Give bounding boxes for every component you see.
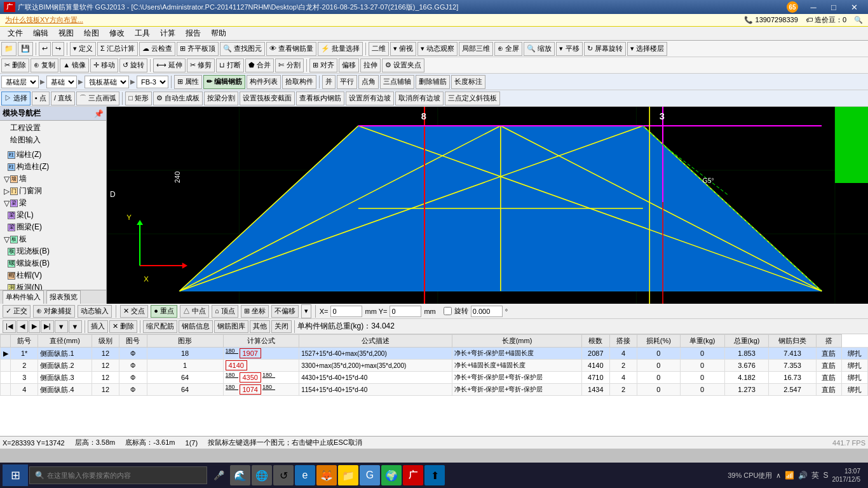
split-button[interactable]: ✄ 分割 (275, 58, 303, 72)
zoom-button[interactable]: 🔍 缩放 (524, 42, 555, 56)
type-select[interactable]: 筏板基础 (85, 76, 129, 88)
vertex-snap[interactable]: ⌂ 顶点 (212, 305, 238, 318)
nav-next[interactable]: ▶ (29, 320, 40, 333)
table-row[interactable]: 2 侧面纵筋.2 12 Ф 1 4140 3300+max(35*d,200)+… (1, 360, 868, 372)
parallel2-button[interactable]: 平行 (337, 75, 357, 89)
define-button[interactable]: ▾ 定义 (70, 42, 96, 56)
x-input[interactable] (330, 306, 362, 317)
rect-tool-button[interactable]: □ 矩形 (125, 92, 152, 105)
del-aux-rebar-button[interactable]: 删除辅筋 (416, 75, 450, 89)
menu-help[interactable]: 帮助 (206, 27, 231, 40)
arc-tool-button[interactable]: ⌒ 三点画弧 (76, 92, 119, 105)
2d-button[interactable]: 二维 (369, 42, 389, 56)
point-angle-button[interactable]: 点角 (358, 75, 379, 89)
sidebar-item-bandong[interactable]: 洞 板洞(N) (1, 281, 105, 290)
nav-last[interactable]: ▶| (41, 320, 54, 333)
fullscreen-button[interactable]: ⊕ 全屏 (494, 42, 522, 56)
offset-dropdown[interactable]: ▾ (301, 304, 311, 318)
canvas-area[interactable]: X Y (107, 107, 868, 304)
menu-tools[interactable]: 工具 (130, 27, 155, 40)
rotate-button[interactable]: ↺ 旋转 (119, 58, 147, 72)
local-3d-button[interactable]: 局部三维 (459, 42, 493, 56)
nav-down[interactable]: ▼ (55, 320, 68, 333)
set-grip-button[interactable]: ⚙ 设置夹点 (382, 58, 424, 72)
rotate-input[interactable] (471, 306, 503, 317)
menu-modify[interactable]: 修改 (104, 27, 130, 40)
move-button[interactable]: ✛ 移动 (90, 58, 118, 72)
table-row[interactable]: ▶ 1* 侧面纵筋.1 12 Ф 18 180 1907 1527+15*d-4… (1, 348, 868, 360)
parallel-button[interactable]: 并 (322, 75, 336, 89)
sidebar-item-liang-l[interactable]: 梁 梁(L) (1, 209, 105, 221)
taskbar-app-1[interactable]: 🌊 (230, 465, 250, 485)
set-all-slope-button[interactable]: 设置所有边坡 (346, 92, 394, 105)
table-row[interactable]: 3 侧面纵筋.3 12 Ф 64 180 4350 180 4430+15*d-… (1, 372, 868, 384)
undo-button[interactable]: ↩ (39, 42, 51, 56)
batch-select-button[interactable]: ⚡ 批量选择 (318, 42, 363, 56)
properties-button[interactable]: ⊞ 属性 (174, 75, 202, 89)
trim-button[interactable]: ✂ 修剪 (187, 58, 215, 72)
align-button[interactable]: ⊞ 对齐 (309, 58, 337, 72)
search-box[interactable]: 🔍 在这里输入你要搜索的内容 (29, 466, 207, 484)
coord-snap[interactable]: ⊞ 坐标 (241, 305, 269, 318)
dynamic-view-button[interactable]: ▾ 动态观察 (417, 42, 458, 56)
rotate-checkbox[interactable] (444, 307, 452, 315)
sidebar-pin[interactable]: 📌 (94, 109, 104, 118)
intersection-snap[interactable]: ✕ 交点 (120, 305, 148, 318)
scale-rebar-button[interactable]: 缩尺配筋 (143, 320, 177, 333)
start-button[interactable]: ⊞ (3, 464, 28, 486)
menu-draw[interactable]: 绘图 (79, 27, 104, 40)
y-input[interactable] (390, 306, 421, 317)
view-down-button[interactable]: ▾ 俯视 (390, 42, 416, 56)
extend-button[interactable]: ⟷ 延伸 (153, 58, 186, 72)
floor-select[interactable]: 基础层 (1, 76, 39, 88)
nav-down2[interactable]: ▼ (69, 320, 82, 333)
merge-button[interactable]: ⬟ 合并 (245, 58, 274, 72)
maximize-button[interactable]: □ (824, 0, 844, 14)
open-button[interactable]: 📁 (1, 42, 17, 56)
report-preview-button[interactable]: 报表预览 (46, 290, 81, 304)
midpoint-snap[interactable]: △ 中点 (180, 305, 209, 318)
delete-button[interactable]: ✂ 删除 (1, 58, 29, 72)
cancel-all-slope-button[interactable]: 取消所有边坡 (395, 92, 444, 105)
dynamic-input-button[interactable]: 动态输入 (78, 305, 112, 318)
view-rebar-button[interactable]: 👁 查看钢筋量 (266, 42, 316, 56)
sidebar-item-xianjiaob[interactable]: 板 现浇板(B) (1, 245, 105, 257)
split-by-beam-button[interactable]: 按梁分割 (204, 92, 238, 105)
menu-edit[interactable]: 编辑 (28, 27, 53, 40)
sidebar-item-draw[interactable]: 绘图输入 (1, 134, 105, 146)
orthogonal-button[interactable]: ✓ 正交 (3, 305, 31, 318)
stretch-button[interactable]: 拉伸 (360, 58, 381, 72)
single-component-input-button[interactable]: 单构件输入 (3, 290, 44, 304)
select-tool-button[interactable]: ▷ 选择 (1, 92, 31, 105)
save-button[interactable]: 💾 (18, 42, 33, 56)
sidebar-item-slab[interactable]: ▽ 板 板 (1, 233, 105, 245)
sidebar-item-zhumao[interactable]: 帽 柱帽(V) (1, 269, 105, 281)
caret-icon[interactable]: ∧ (776, 471, 781, 480)
object-snap-button[interactable]: ⊕ 对象捕捉 (33, 305, 75, 318)
sidebar-item-luoxuanb[interactable]: 螺 螺旋板(B) (1, 257, 105, 269)
edit-rebar-button[interactable]: ✏ 编辑钢筋 (203, 75, 245, 89)
sidebar-item-door[interactable]: ▷ 门 门窗洞 (1, 185, 105, 197)
sum-calc-button[interactable]: Σ 汇总计算 (97, 42, 138, 56)
nav-first[interactable]: |◀ (3, 320, 16, 333)
taskbar-app-6[interactable]: 📁 (338, 465, 358, 485)
sidebar-item-quanliang[interactable]: 梁 圈梁(E) (1, 221, 105, 233)
menu-view[interactable]: 视图 (53, 27, 79, 40)
taskbar-app-10[interactable]: ⬆ (424, 465, 445, 485)
rebar-info-button[interactable]: 钢筋信息 (179, 320, 213, 333)
other-button[interactable]: 其他 (250, 320, 270, 333)
minimize-button[interactable]: ─ (803, 0, 824, 14)
nav-prev[interactable]: ◀ (17, 320, 28, 333)
align-slab-button[interactable]: ⊞ 齐平板顶 (177, 42, 219, 56)
close-rebar-button[interactable]: 关闭 (271, 320, 292, 333)
screen-rotate-button[interactable]: ↻ 屏幕旋转 (584, 42, 626, 56)
three-point-slope-button[interactable]: 三点定义斜筏板 (445, 92, 500, 105)
close-button[interactable]: ✕ (844, 0, 864, 14)
break-button[interactable]: ⊔ 打断 (216, 58, 244, 72)
line-tool-button[interactable]: / 直线 (51, 92, 75, 105)
microphone-button[interactable]: 🎤 (208, 465, 229, 485)
copy-button[interactable]: ⊕ 复制 (31, 58, 58, 72)
redo-button[interactable]: ↪ (52, 42, 64, 56)
offset-button[interactable]: 偏移 (339, 58, 359, 72)
menu-file[interactable]: 文件 (3, 27, 28, 40)
